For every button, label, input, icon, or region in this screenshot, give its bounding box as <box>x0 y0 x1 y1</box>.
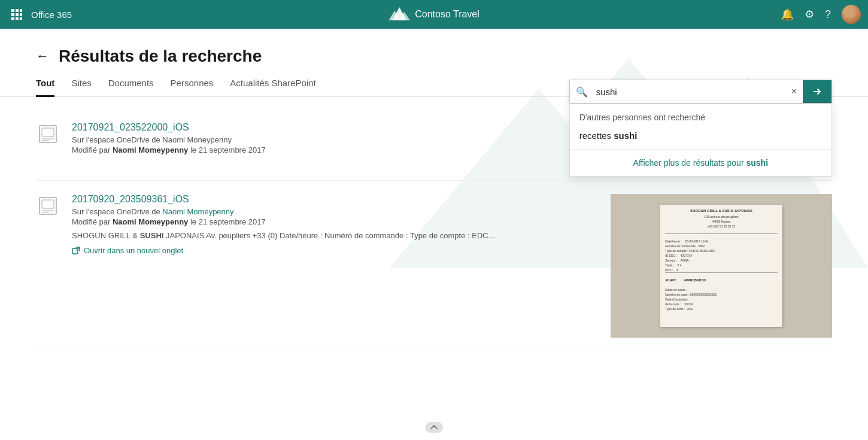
svg-rect-7 <box>16 17 19 20</box>
result-item-2: 20170920_203509361_iOS Sur l'espace OneD… <box>36 181 832 351</box>
clear-search-button[interactable]: × <box>785 86 803 97</box>
app-name: Office 365 <box>31 10 72 20</box>
user-avatar[interactable] <box>842 5 861 24</box>
search-input[interactable] <box>594 81 785 103</box>
search-input-row: 🔍 × <box>569 80 832 104</box>
svg-rect-3 <box>11 13 14 16</box>
brand-name: Contoso Travel <box>415 9 479 20</box>
scroll-up-indicator[interactable] <box>425 422 443 433</box>
help-icon[interactable]: ? <box>825 8 831 21</box>
tab-personnes[interactable]: Personnes <box>171 78 214 97</box>
result-large-thumbnail-2: SHOGUN GRILL & SUSHI JAPONAIS 105 avenue… <box>611 194 832 338</box>
open-new-tab-link[interactable]: Ouvrir dans un nouvel onglet <box>72 246 599 255</box>
notification-icon[interactable]: 🔔 <box>781 8 794 21</box>
waffle-menu[interactable] <box>7 5 26 24</box>
open-new-tab-label: Ouvrir dans un nouvel onglet <box>84 246 183 255</box>
result-title-2[interactable]: 20170920_203509361_iOS <box>72 194 599 205</box>
svg-rect-20 <box>42 200 54 208</box>
svg-rect-8 <box>20 17 22 20</box>
dropdown-header: D'autres personnes ont recherché <box>570 104 831 127</box>
result-file-icon <box>36 122 60 146</box>
svg-rect-16 <box>42 128 54 136</box>
nav-icons: 🔔 ⚙ ? <box>781 5 861 24</box>
dropdown-more-results[interactable]: Afficher plus de résultats pour sushi <box>570 150 831 176</box>
main-content: ← Résultats de la recherche 🔍 × D'autres… <box>0 29 868 440</box>
result-content-2: 20170920_203509361_iOS Sur l'espace OneD… <box>72 194 599 255</box>
receipt-visual: SHOGUN GRILL & SUSHI JAPONAIS 105 avenue… <box>611 194 832 338</box>
tab-actualites[interactable]: Actualités SharePoint <box>230 78 315 97</box>
settings-icon[interactable]: ⚙ <box>805 8 814 21</box>
page-title: Résultats de la recherche <box>59 47 262 66</box>
suggestion-prefix: recettes <box>579 131 614 141</box>
search-icon: 🔍 <box>570 86 594 98</box>
result-meta2-2: Modifié par Naomi Momeypenny le 21 septe… <box>72 217 599 226</box>
result-file-icon-2 <box>36 194 60 218</box>
result-meta1-2: Sur l'espace OneDrive de Naomi Momeypenn… <box>72 207 599 216</box>
brand-logo-area: Contoso Travel <box>389 6 479 23</box>
search-go-button[interactable] <box>803 80 831 103</box>
back-button[interactable]: ← <box>36 48 49 64</box>
svg-rect-2 <box>20 9 22 12</box>
result-snippet-2: SHOGUN GRILL & SUSHI JAPONAIS Av. peupli… <box>72 231 599 240</box>
svg-rect-4 <box>16 13 19 16</box>
search-box-area: 🔍 × D'autres personnes ont recherché rec… <box>569 80 832 104</box>
search-header: ← Résultats de la recherche <box>0 29 868 66</box>
svg-rect-5 <box>20 13 22 16</box>
dropdown-suggestion[interactable]: recettes sushi <box>570 127 831 149</box>
tab-documents[interactable]: Documents <box>108 78 154 97</box>
more-prefix: Afficher plus de résultats pour <box>633 158 746 168</box>
svg-rect-6 <box>11 17 14 20</box>
svg-rect-1 <box>16 9 19 12</box>
suggestion-bold: sushi <box>614 131 637 141</box>
search-dropdown: D'autres personnes ont recherché recette… <box>569 104 832 177</box>
more-bold: sushi <box>746 158 768 168</box>
tab-tout[interactable]: Tout <box>36 78 54 97</box>
receipt-paper: SHOGUN GRILL & SUSHI JAPONAIS 105 avenue… <box>660 205 782 327</box>
brand-mountain-icon <box>389 6 410 23</box>
result-author-2: Naomi Momeypenny <box>113 217 188 226</box>
tab-sites[interactable]: Sites <box>71 78 91 97</box>
result-author-1: Naomi Momeypenny <box>113 145 188 154</box>
svg-rect-0 <box>11 9 14 12</box>
top-navigation: Office 365 Contoso Travel 🔔 ⚙ ? <box>0 0 868 29</box>
